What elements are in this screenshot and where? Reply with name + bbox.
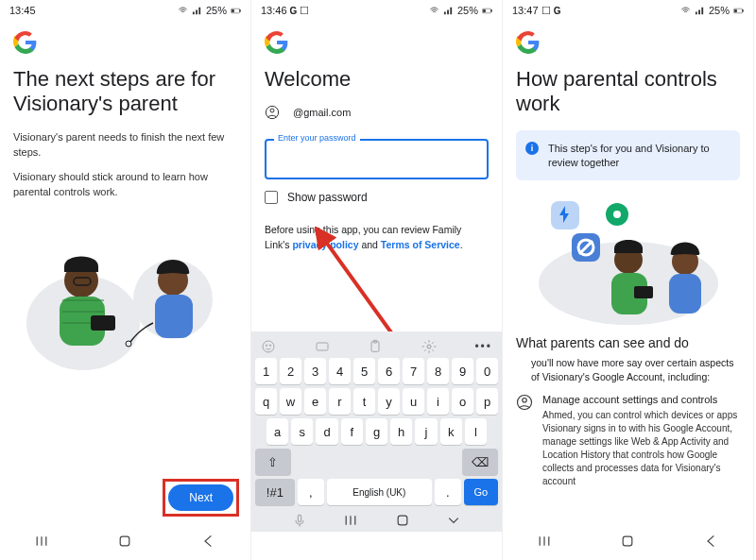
key-2[interactable]: 2 — [280, 358, 301, 384]
key-s[interactable]: s — [291, 418, 313, 445]
manage-row: Manage account settings and controls Ahm… — [516, 394, 740, 488]
screen-welcome-password: 13:46 G ☐ 25% Welcome @gmail.com Enter y… — [251, 0, 503, 560]
status-bar: 13:46 G ☐ 25% — [251, 0, 502, 21]
para-1: Visionary's parent needs to finish the n… — [13, 130, 237, 161]
key-4[interactable]: 4 — [329, 358, 351, 384]
google-logo-icon — [13, 30, 38, 55]
key-f[interactable]: f — [341, 418, 363, 445]
password-input[interactable] — [265, 139, 489, 179]
settings-icon[interactable] — [421, 339, 437, 354]
svg-rect-27 — [398, 516, 407, 525]
home-icon[interactable] — [117, 534, 132, 549]
key-6[interactable]: 6 — [378, 358, 400, 384]
emoji-icon[interactable] — [261, 339, 276, 354]
kb-row-z-keys — [294, 449, 460, 475]
key-e[interactable]: e — [304, 388, 326, 415]
svg-rect-1 — [240, 9, 241, 11]
manage-body: Ahmed, you can control which devices or … — [542, 409, 740, 488]
backspace-key[interactable]: ⌫ — [462, 449, 498, 475]
show-password-row[interactable]: Show password — [265, 191, 489, 204]
page-title: Welcome — [265, 67, 489, 92]
key-d[interactable]: d — [316, 418, 337, 445]
key-3[interactable]: 3 — [304, 358, 326, 384]
key-j[interactable]: j — [415, 418, 437, 445]
key-1[interactable]: 1 — [255, 358, 277, 384]
svg-rect-10 — [155, 295, 193, 338]
mic-icon[interactable] — [292, 513, 307, 528]
key-i[interactable]: i — [427, 388, 449, 415]
key-g[interactable]: g — [366, 418, 387, 445]
period-key[interactable]: . — [435, 479, 461, 505]
svg-rect-15 — [483, 9, 485, 12]
key-r[interactable]: r — [329, 388, 351, 415]
svg-rect-42 — [669, 274, 701, 314]
android-navbar — [503, 528, 753, 554]
page-title: How parental controls work — [516, 67, 740, 117]
svg-point-21 — [269, 345, 270, 346]
back-icon[interactable] — [704, 534, 719, 549]
recent-apps-icon[interactable] — [343, 513, 358, 528]
gif-icon[interactable] — [315, 339, 330, 354]
svg-point-25 — [427, 345, 431, 348]
recent-apps-icon[interactable] — [537, 534, 552, 549]
key-l[interactable]: l — [465, 418, 487, 445]
svg-rect-22 — [317, 343, 328, 350]
key-a[interactable]: a — [266, 418, 288, 445]
key-k[interactable]: k — [440, 418, 462, 445]
svg-rect-12 — [121, 536, 130, 546]
clock: 13:47 — [512, 5, 539, 16]
key-w[interactable]: w — [280, 388, 301, 415]
account-icon — [265, 105, 280, 120]
clipboard-icon[interactable] — [368, 339, 383, 354]
para-2: Visionary should stick around to learn h… — [13, 170, 237, 200]
key-5[interactable]: 5 — [353, 358, 375, 384]
next-button[interactable]: Next — [168, 484, 233, 511]
key-p[interactable]: p — [476, 388, 498, 415]
signal-icon — [443, 6, 454, 16]
clock: 13:45 — [9, 5, 36, 16]
privacy-link[interactable]: privacy policy — [292, 239, 358, 250]
battery-icon — [733, 6, 744, 16]
kb-row-q: qwertyuiop — [255, 388, 498, 415]
tos-link[interactable]: Terms of Service — [381, 239, 460, 250]
signal-icon — [192, 6, 202, 16]
screen-next-steps: 13:45 25% The next steps are for Visiona… — [0, 0, 251, 560]
svg-point-17 — [270, 109, 274, 112]
clock: 13:46 — [261, 5, 287, 16]
battery-pct: 25% — [206, 5, 227, 16]
svg-rect-29 — [743, 9, 744, 11]
key-h[interactable]: h — [390, 418, 412, 445]
page-title: The next steps are for Visionary's paren… — [13, 67, 237, 117]
shift-key[interactable]: ⇧ — [255, 449, 291, 475]
checkbox[interactable] — [265, 191, 278, 204]
kb-more-icon[interactable]: ••• — [474, 340, 492, 353]
battery-icon — [231, 6, 241, 16]
recent-apps-icon[interactable] — [34, 534, 49, 549]
space-key[interactable]: English (UK) — [327, 479, 432, 505]
highlight-next: Next — [163, 479, 239, 517]
signal-icon — [695, 6, 705, 16]
key-7[interactable]: 7 — [403, 358, 424, 384]
key-t[interactable]: t — [353, 388, 375, 415]
home-icon[interactable] — [395, 513, 410, 528]
svg-point-19 — [263, 341, 274, 352]
key-0[interactable]: 0 — [476, 358, 498, 384]
back-icon[interactable] — [201, 534, 216, 549]
comma-key[interactable]: , — [298, 479, 324, 505]
key-8[interactable]: 8 — [427, 358, 449, 384]
key-9[interactable]: 9 — [452, 358, 473, 384]
on-screen-keyboard: ••• 1234567890 qwertyuiop asdfghjkl ⇧ ⌫ … — [251, 331, 502, 532]
password-input-wrap[interactable]: Enter your password — [265, 139, 489, 179]
symbols-key[interactable]: !#1 — [255, 479, 295, 505]
key-u[interactable]: u — [403, 388, 424, 415]
password-label: Enter your password — [274, 133, 360, 143]
home-icon[interactable] — [620, 534, 635, 549]
keyboard-down-icon[interactable] — [446, 513, 461, 528]
battery-pct: 25% — [709, 5, 730, 16]
go-key[interactable]: Go — [464, 479, 498, 505]
svg-rect-26 — [299, 515, 301, 521]
banner-text: This step's for you and Visionary to rev… — [548, 143, 710, 168]
key-q[interactable]: q — [255, 388, 277, 415]
key-o[interactable]: o — [452, 388, 473, 415]
key-y[interactable]: y — [378, 388, 400, 415]
